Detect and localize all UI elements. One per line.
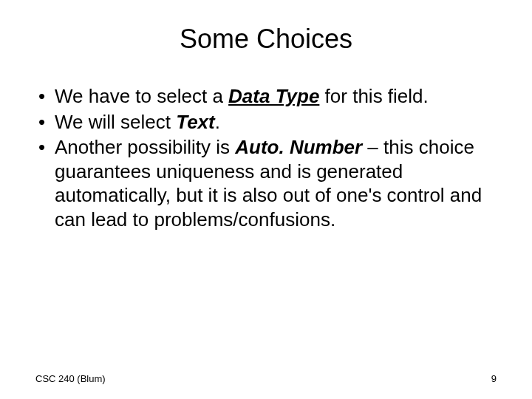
bullet-1-pre: We have to select a: [55, 85, 228, 107]
bullet-2-text: Text: [176, 111, 215, 133]
bullet-2-pre: We will select: [55, 111, 176, 133]
bullet-2-post: .: [215, 111, 220, 133]
bullet-1-post: for this field.: [319, 85, 428, 107]
footer-page-number: 9: [491, 373, 497, 384]
slide-footer: CSC 240 (Blum) 9: [35, 373, 497, 384]
bullet-1-datatype: Data Type: [228, 85, 319, 107]
bullet-item-3: Another possibility is Auto. Number – th…: [35, 135, 497, 231]
slide: Some Choices We have to select a Data Ty…: [0, 0, 532, 399]
bullet-3-pre: Another possibility is: [55, 136, 235, 158]
bullet-item-1: We have to select a Data Type for this f…: [35, 84, 497, 109]
footer-left: CSC 240 (Blum): [35, 373, 106, 384]
bullet-item-2: We will select Text.: [35, 110, 497, 134]
bullet-list: We have to select a Data Type for this f…: [35, 84, 497, 231]
bullet-3-autonumber: Auto. Number: [235, 136, 362, 158]
slide-content: We have to select a Data Type for this f…: [35, 84, 497, 231]
slide-title: Some Choices: [35, 24, 497, 55]
